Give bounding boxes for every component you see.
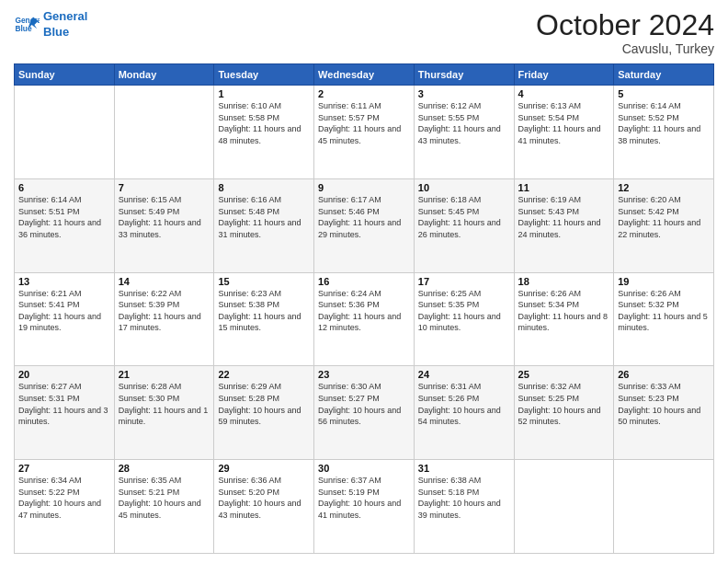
calendar-cell: 2 Sunrise: 6:11 AM Sunset: 5:57 PM Dayli… xyxy=(314,86,415,179)
daylight-label: Daylight: 10 hours and 50 minutes. xyxy=(618,406,700,427)
sunrise-label: Sunrise: 6:25 AM xyxy=(418,289,482,298)
sunrise-label: Sunrise: 6:38 AM xyxy=(418,476,482,485)
sunset-label: Sunset: 5:46 PM xyxy=(318,207,380,216)
day-number: 17 xyxy=(418,276,510,287)
day-number: 1 xyxy=(218,88,310,99)
day-number: 25 xyxy=(518,369,610,380)
daylight-label: Daylight: 10 hours and 41 minutes. xyxy=(318,499,401,520)
day-number: 13 xyxy=(18,276,110,287)
sunrise-label: Sunrise: 6:35 AM xyxy=(119,476,182,485)
day-number: 8 xyxy=(218,182,310,193)
day-number: 16 xyxy=(318,276,410,287)
day-number: 26 xyxy=(618,369,710,380)
daylight-label: Daylight: 11 hours and 22 minutes. xyxy=(618,218,700,239)
calendar-cell: 10 Sunrise: 6:18 AM Sunset: 5:45 PM Dayl… xyxy=(414,178,514,272)
daylight-label: Daylight: 10 hours and 56 minutes. xyxy=(318,406,401,427)
calendar-cell xyxy=(114,86,214,179)
calendar-cell: 30 Sunrise: 6:37 AM Sunset: 5:19 PM Dayl… xyxy=(314,460,415,554)
day-number: 12 xyxy=(618,182,710,193)
logo: General Blue General Blue xyxy=(14,9,87,40)
day-info: Sunrise: 6:37 AM Sunset: 5:19 PM Dayligh… xyxy=(318,475,410,521)
header: General Blue General Blue October 2024 C… xyxy=(14,9,714,56)
sunrise-label: Sunrise: 6:27 AM xyxy=(18,382,82,391)
sunrise-label: Sunrise: 6:26 AM xyxy=(518,289,582,298)
sunset-label: Sunset: 5:32 PM xyxy=(618,300,679,309)
daylight-label: Daylight: 11 hours and 31 minutes. xyxy=(218,218,301,239)
daylight-label: Daylight: 11 hours and 48 minutes. xyxy=(218,124,301,145)
sunrise-label: Sunrise: 6:21 AM xyxy=(18,289,82,298)
sunset-label: Sunset: 5:48 PM xyxy=(218,207,279,216)
day-number: 23 xyxy=(318,369,410,380)
calendar-cell: 21 Sunrise: 6:28 AM Sunset: 5:30 PM Dayl… xyxy=(114,366,214,460)
daylight-label: Daylight: 11 hours and 5 minutes. xyxy=(618,312,708,333)
location: Cavuslu, Turkey xyxy=(536,41,714,56)
calendar-cell xyxy=(514,460,614,554)
day-info: Sunrise: 6:33 AM Sunset: 5:23 PM Dayligh… xyxy=(618,381,710,427)
calendar-cell: 25 Sunrise: 6:32 AM Sunset: 5:25 PM Dayl… xyxy=(514,366,614,460)
sunrise-label: Sunrise: 6:14 AM xyxy=(618,101,681,110)
day-info: Sunrise: 6:26 AM Sunset: 5:34 PM Dayligh… xyxy=(518,288,610,334)
day-info: Sunrise: 6:19 AM Sunset: 5:43 PM Dayligh… xyxy=(518,194,610,240)
day-info: Sunrise: 6:36 AM Sunset: 5:20 PM Dayligh… xyxy=(218,475,310,521)
sunset-label: Sunset: 5:21 PM xyxy=(119,488,180,497)
calendar: SundayMondayTuesdayWednesdayThursdayFrid… xyxy=(14,63,714,554)
daylight-label: Daylight: 11 hours and 3 minutes. xyxy=(18,406,108,427)
day-number: 4 xyxy=(518,88,610,99)
day-info: Sunrise: 6:29 AM Sunset: 5:28 PM Dayligh… xyxy=(218,381,310,427)
sunset-label: Sunset: 5:31 PM xyxy=(18,394,80,403)
daylight-label: Daylight: 10 hours and 39 minutes. xyxy=(418,499,501,520)
sunrise-label: Sunrise: 6:29 AM xyxy=(218,382,281,391)
day-info: Sunrise: 6:23 AM Sunset: 5:38 PM Dayligh… xyxy=(218,288,310,334)
sunset-label: Sunset: 5:23 PM xyxy=(618,394,679,403)
daylight-label: Daylight: 11 hours and 12 minutes. xyxy=(318,312,401,333)
month-title: October 2024 xyxy=(536,9,714,41)
sunset-label: Sunset: 5:38 PM xyxy=(218,300,279,309)
calendar-cell: 8 Sunrise: 6:16 AM Sunset: 5:48 PM Dayli… xyxy=(214,178,314,272)
day-info: Sunrise: 6:14 AM Sunset: 5:51 PM Dayligh… xyxy=(18,194,110,240)
day-info: Sunrise: 6:27 AM Sunset: 5:31 PM Dayligh… xyxy=(18,381,110,427)
calendar-cell: 14 Sunrise: 6:22 AM Sunset: 5:39 PM Dayl… xyxy=(114,272,214,366)
calendar-cell: 3 Sunrise: 6:12 AM Sunset: 5:55 PM Dayli… xyxy=(414,86,514,179)
day-number: 7 xyxy=(119,182,210,193)
sunrise-label: Sunrise: 6:37 AM xyxy=(318,476,381,485)
sunset-label: Sunset: 5:41 PM xyxy=(18,300,80,309)
sunrise-label: Sunrise: 6:18 AM xyxy=(418,195,482,204)
sunset-label: Sunset: 5:27 PM xyxy=(318,394,380,403)
day-number: 28 xyxy=(119,463,210,474)
title-block: October 2024 Cavuslu, Turkey xyxy=(536,9,714,56)
calendar-header-row: SundayMondayTuesdayWednesdayThursdayFrid… xyxy=(15,64,714,86)
day-info: Sunrise: 6:25 AM Sunset: 5:35 PM Dayligh… xyxy=(418,288,510,334)
daylight-label: Daylight: 11 hours and 17 minutes. xyxy=(119,312,201,333)
day-info: Sunrise: 6:18 AM Sunset: 5:45 PM Dayligh… xyxy=(418,194,510,240)
daylight-label: Daylight: 10 hours and 43 minutes. xyxy=(218,499,301,520)
calendar-cell: 17 Sunrise: 6:25 AM Sunset: 5:35 PM Dayl… xyxy=(414,272,514,366)
day-info: Sunrise: 6:26 AM Sunset: 5:32 PM Dayligh… xyxy=(618,288,710,334)
day-number: 3 xyxy=(418,88,510,99)
daylight-label: Daylight: 11 hours and 8 minutes. xyxy=(518,312,609,333)
calendar-header-friday: Friday xyxy=(514,64,614,86)
sunset-label: Sunset: 5:52 PM xyxy=(618,113,679,122)
sunrise-label: Sunrise: 6:33 AM xyxy=(618,382,681,391)
sunrise-label: Sunrise: 6:10 AM xyxy=(218,101,281,110)
day-number: 6 xyxy=(18,182,110,193)
day-info: Sunrise: 6:35 AM Sunset: 5:21 PM Dayligh… xyxy=(119,475,210,521)
day-info: Sunrise: 6:32 AM Sunset: 5:25 PM Dayligh… xyxy=(518,381,610,427)
calendar-cell: 29 Sunrise: 6:36 AM Sunset: 5:20 PM Dayl… xyxy=(214,460,314,554)
sunset-label: Sunset: 5:28 PM xyxy=(218,394,279,403)
daylight-label: Daylight: 11 hours and 29 minutes. xyxy=(318,218,401,239)
day-number: 29 xyxy=(218,463,310,474)
sunset-label: Sunset: 5:43 PM xyxy=(518,207,580,216)
sunrise-label: Sunrise: 6:34 AM xyxy=(18,476,82,485)
logo-general: General xyxy=(43,9,87,25)
day-info: Sunrise: 6:30 AM Sunset: 5:27 PM Dayligh… xyxy=(318,381,410,427)
day-info: Sunrise: 6:16 AM Sunset: 5:48 PM Dayligh… xyxy=(218,194,310,240)
day-number: 18 xyxy=(518,276,610,287)
calendar-cell: 27 Sunrise: 6:34 AM Sunset: 5:22 PM Dayl… xyxy=(15,460,115,554)
daylight-label: Daylight: 11 hours and 33 minutes. xyxy=(119,218,201,239)
calendar-cell: 28 Sunrise: 6:35 AM Sunset: 5:21 PM Dayl… xyxy=(114,460,214,554)
sunset-label: Sunset: 5:35 PM xyxy=(418,300,480,309)
day-info: Sunrise: 6:22 AM Sunset: 5:39 PM Dayligh… xyxy=(119,288,210,334)
calendar-header-tuesday: Tuesday xyxy=(214,64,314,86)
sunset-label: Sunset: 5:54 PM xyxy=(518,113,580,122)
daylight-label: Daylight: 11 hours and 19 minutes. xyxy=(18,312,101,333)
